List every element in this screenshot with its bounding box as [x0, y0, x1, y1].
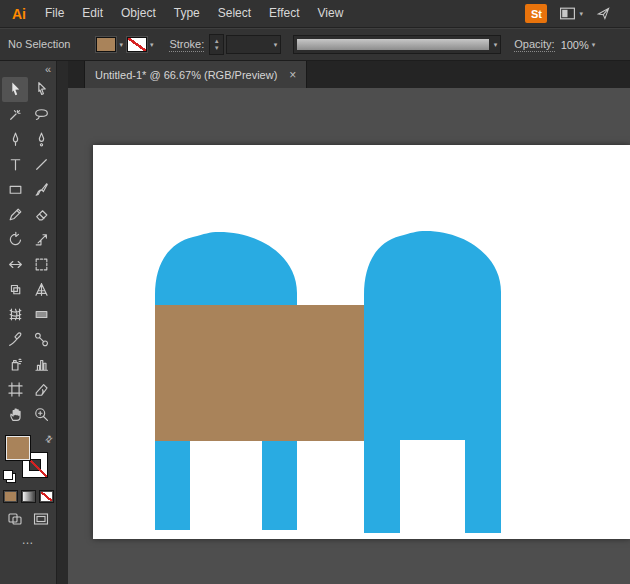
gradient-button[interactable]: [21, 490, 36, 503]
tab-close-icon[interactable]: ×: [289, 68, 296, 82]
screen-mode-button[interactable]: [33, 512, 49, 526]
blend-tool-icon: [33, 331, 50, 348]
hand-tool[interactable]: [2, 402, 28, 427]
modes-row: [0, 512, 56, 526]
magic-wand-tool-icon: [7, 106, 24, 123]
shaper-tool[interactable]: [2, 202, 28, 227]
menu-select[interactable]: Select: [209, 0, 260, 27]
perspective-grid-tool[interactable]: [28, 277, 54, 302]
menu-effect[interactable]: Effect: [260, 0, 308, 27]
stroke-weight-stepper[interactable]: ▲ ▼: [209, 34, 224, 55]
collapse-panel-icon[interactable]: «: [45, 63, 51, 75]
stroke-label[interactable]: Stroke:: [169, 38, 204, 52]
rotate-tool[interactable]: [2, 227, 28, 252]
fill-stroke-indicator: ⇄: [0, 432, 56, 484]
shape-builder-tool-icon: [7, 281, 24, 298]
artboard[interactable]: [93, 145, 630, 539]
column-graph-tool[interactable]: [28, 352, 54, 377]
document-tab-strip: Untitled-1* @ 66.67% (RGB/Preview) ×: [68, 61, 630, 89]
magic-wand-tool[interactable]: [2, 102, 28, 127]
illustrator-window: Ai File Edit Object Type Select Effect V…: [0, 0, 630, 584]
direct-selection-tool[interactable]: [28, 77, 54, 102]
edit-toolbar-button[interactable]: …: [0, 533, 56, 547]
symbol-sprayer-tool-icon: [7, 356, 24, 373]
blend-tool[interactable]: [28, 327, 54, 352]
fill-swatch[interactable]: [5, 435, 31, 461]
stepper-down-icon[interactable]: ▼: [214, 45, 220, 52]
gradient-tool[interactable]: [28, 302, 54, 327]
fill-color-swatch[interactable]: [96, 37, 116, 52]
pen-tool[interactable]: [2, 127, 28, 152]
menu-bar: Ai File Edit Object Type Select Effect V…: [0, 0, 630, 28]
color-button[interactable]: [3, 490, 18, 503]
menu-file[interactable]: File: [36, 0, 73, 27]
menu-type[interactable]: Type: [165, 0, 209, 27]
column-graph-tool-icon: [33, 356, 50, 373]
menu-object[interactable]: Object: [112, 0, 165, 27]
selection-tool[interactable]: [2, 77, 28, 102]
none-button[interactable]: [39, 490, 54, 503]
chevron-down-icon: ▾: [592, 41, 596, 49]
shape-builder-tool[interactable]: [2, 277, 28, 302]
line-segment-tool[interactable]: [28, 152, 54, 177]
stroke-weight-select[interactable]: ▾: [226, 35, 281, 54]
eyedropper-tool-icon: [7, 331, 24, 348]
eyedropper-tool[interactable]: [2, 327, 28, 352]
type-tool[interactable]: [2, 152, 28, 177]
document-tab[interactable]: Untitled-1* @ 66.67% (RGB/Preview) ×: [84, 61, 307, 88]
selection-status: No Selection: [8, 38, 70, 51]
screen-mode-icon: [33, 512, 49, 526]
lasso-tool[interactable]: [28, 102, 54, 127]
tools-panel: «: [0, 61, 57, 584]
stepper-up-icon[interactable]: ▲: [214, 38, 220, 45]
free-transform-tool[interactable]: [28, 252, 54, 277]
toolbar-header: «: [0, 61, 56, 77]
artboard-tool[interactable]: [2, 377, 28, 402]
share-button[interactable]: [595, 6, 612, 21]
symbol-sprayer-tool[interactable]: [2, 352, 28, 377]
paintbrush-tool[interactable]: [28, 177, 54, 202]
curvature-tool-icon: [33, 131, 50, 148]
eraser-tool[interactable]: [28, 202, 54, 227]
chevron-down-icon: ▾: [579, 10, 583, 18]
lasso-tool-icon: [33, 106, 50, 123]
rectangle-tool[interactable]: [2, 177, 28, 202]
selection-tool-icon: [7, 81, 24, 98]
mesh-tool[interactable]: [2, 302, 28, 327]
drawing-modes-button[interactable]: [7, 512, 23, 526]
scale-tool-icon: [33, 231, 50, 248]
zoom-tool[interactable]: [28, 402, 54, 427]
shaper-tool-icon: [7, 206, 24, 223]
width-tool-icon: [7, 256, 24, 273]
chevron-down-icon: ▾: [119, 41, 123, 49]
menu-view[interactable]: View: [309, 0, 353, 27]
opacity-label[interactable]: Opacity:: [514, 38, 554, 52]
stroke-color-control[interactable]: ▾: [127, 37, 154, 52]
opacity-value[interactable]: 100% ▾: [561, 39, 596, 51]
width-profile-select[interactable]: ▾: [293, 35, 501, 54]
artwork-layer: [93, 145, 630, 539]
type-tool-icon: [7, 156, 24, 173]
line-segment-tool-icon: [33, 156, 50, 173]
shape-table[interactable]: [155, 305, 370, 441]
menu-edit[interactable]: Edit: [73, 0, 112, 27]
fill-color-control[interactable]: ▾: [96, 37, 123, 52]
gradient-tool-icon: [33, 306, 50, 323]
chevron-down-icon: ▾: [150, 41, 154, 49]
width-tool[interactable]: [2, 252, 28, 277]
paintbrush-tool-icon: [33, 181, 50, 198]
slice-tool-icon: [33, 381, 50, 398]
scale-tool[interactable]: [28, 227, 54, 252]
canvas[interactable]: [68, 88, 630, 584]
swap-fill-stroke-icon[interactable]: ⇄: [43, 433, 55, 445]
default-fill-stroke-icon[interactable]: [3, 470, 16, 483]
stroke-color-swatch[interactable]: [127, 37, 147, 52]
artboard-tool-icon: [7, 381, 24, 398]
adobe-stock-button[interactable]: St: [525, 4, 547, 23]
chevron-down-icon: ▾: [274, 41, 278, 49]
slice-tool[interactable]: [28, 377, 54, 402]
arrange-documents-button[interactable]: ▾: [559, 6, 583, 21]
shape-right-chair[interactable]: [364, 231, 501, 533]
curvature-tool[interactable]: [28, 127, 54, 152]
opacity-value-text: 100%: [561, 39, 589, 51]
